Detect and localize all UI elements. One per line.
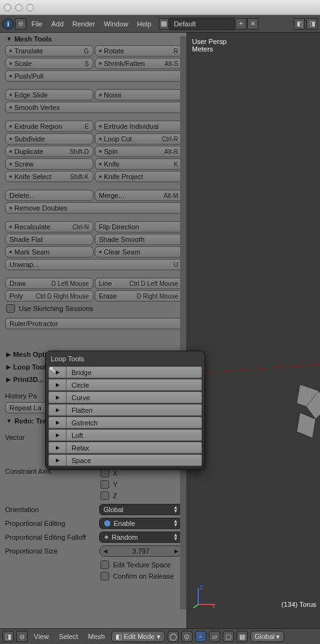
flip-direction-button[interactable]: Flip Direction xyxy=(95,221,183,232)
header-menu-view[interactable]: View xyxy=(30,630,53,643)
disclosure-icon[interactable]: ▶ xyxy=(49,379,67,390)
sel-face-icon[interactable]: ▢ xyxy=(223,631,234,642)
zoom-icon[interactable] xyxy=(26,4,34,11)
mouse-cursor-icon: ↖ xyxy=(49,364,56,374)
sel-edge-icon[interactable]: ▱ xyxy=(209,631,220,642)
scale-button[interactable]: ScaleS xyxy=(5,58,93,69)
shrink-fatten-button[interactable]: Shrink/FattenAlt-S xyxy=(95,58,183,69)
draw-button[interactable]: DrawD Left Mouse xyxy=(5,278,93,289)
pivot-icon[interactable]: ⊙ xyxy=(181,631,193,642)
orientation-dropdown[interactable]: Global▲▼ xyxy=(99,504,183,515)
delete-button[interactable]: Delete... xyxy=(5,190,93,201)
shading-icon[interactable]: ◯ xyxy=(168,631,179,642)
layout-browse-icon[interactable]: ▦ xyxy=(159,18,169,30)
clear-seam-button[interactable]: Clear Seam xyxy=(95,246,183,258)
extrude-individual-button[interactable]: Extrude Individual xyxy=(95,121,183,132)
menu-file[interactable]: File xyxy=(28,18,46,30)
sel-vert-icon[interactable]: ▫ xyxy=(195,631,206,642)
svg-text:x: x xyxy=(212,602,216,608)
popup-title: Loop Tools xyxy=(46,351,205,366)
popup-item-bridge[interactable]: ▶Bridge xyxy=(48,366,202,378)
edge-slide-button[interactable]: Edge Slide xyxy=(5,89,93,101)
limit-sel-icon[interactable]: ▦ xyxy=(237,631,248,642)
minimize-icon[interactable] xyxy=(15,4,23,11)
axis-gizmo: z x xyxy=(192,583,217,608)
header-menu-select[interactable]: Select xyxy=(55,630,82,643)
merge-button[interactable]: Merge...Alt-M xyxy=(95,190,183,201)
menu-render[interactable]: Render xyxy=(68,18,99,30)
close-icon[interactable] xyxy=(4,4,11,11)
knife-button[interactable]: KnifeK xyxy=(95,158,183,170)
constraint-z-checkbox[interactable]: Z xyxy=(99,490,183,501)
remove-doubles-button[interactable]: Remove Doubles xyxy=(5,202,183,214)
unwrap-button[interactable]: Unwrap...U xyxy=(5,259,183,270)
spin-button[interactable]: SpinAlt-R xyxy=(95,146,183,157)
loop-tools-label: Loop Tool xyxy=(13,363,46,371)
disclosure-icon[interactable]: ▶ xyxy=(49,417,67,428)
duplicate-button[interactable]: DuplicateShift-D xyxy=(5,146,93,157)
viewport-3d[interactable]: User Persp Meters z x (134) Torus xyxy=(187,33,320,628)
svg-text:z: z xyxy=(200,583,203,591)
loop-cut-button[interactable]: Loop CutCtrl-R xyxy=(95,133,183,145)
ruler-protractor-button[interactable]: Ruler/Protractor xyxy=(5,318,183,329)
disclosure-icon[interactable]: ▶ xyxy=(49,405,67,415)
info-icon[interactable]: i xyxy=(3,18,14,30)
disclosure-icon[interactable]: ▶ xyxy=(49,442,67,453)
mode-dropdown[interactable]: ◧ Edit Mode ▾ xyxy=(111,631,165,642)
line-button[interactable]: LineCtrl D Left Mouse xyxy=(95,278,183,289)
erase-button[interactable]: EraseD Right Mouse xyxy=(95,290,183,302)
menu-window[interactable]: Window xyxy=(100,18,132,30)
recalculate-button[interactable]: RecalculateCtrl-N xyxy=(5,221,93,232)
edit-texture-space-checkbox[interactable]: Edit Texture Space xyxy=(99,559,183,570)
screw-button[interactable]: Screw xyxy=(5,158,93,170)
disclosure-icon[interactable]: ▶ xyxy=(49,430,67,440)
menu-add[interactable]: Add xyxy=(48,18,68,30)
scroll-track[interactable] xyxy=(180,36,186,609)
orientation-dropdown-header[interactable]: Global ▾ xyxy=(250,631,285,642)
poly-button[interactable]: PolyCtrl D Right Mouse xyxy=(5,290,93,302)
popup-item-gstretch[interactable]: ▶Gstretch xyxy=(48,417,202,428)
top-menubar: i ⊖ File Add Render Window Help ▦ Defaul… xyxy=(0,15,320,33)
shade-flat-button[interactable]: Shade Flat xyxy=(5,234,93,245)
header-menu-mesh[interactable]: Mesh xyxy=(84,630,109,643)
proportional-falloff-dropdown[interactable]: ✶Random▲▼ xyxy=(99,532,183,543)
knife-project-button[interactable]: Knife Project xyxy=(95,171,183,182)
svg-line-0 xyxy=(187,364,319,374)
popup-item-curve[interactable]: ▶Curve xyxy=(48,391,202,403)
header-collapse-icon[interactable]: ⊖ xyxy=(16,631,28,642)
noise-button[interactable]: Noise xyxy=(95,89,183,101)
svg-marker-3 xyxy=(297,413,316,438)
mesh-tools-header[interactable]: ▼Mesh Tools xyxy=(5,33,183,45)
popup-item-loft[interactable]: ▶Loft xyxy=(48,429,202,441)
popup-item-circle[interactable]: ▶Circle xyxy=(48,379,202,391)
disclosure-icon[interactable]: ▶ xyxy=(49,392,67,403)
popup-item-space[interactable]: ▶Space xyxy=(48,454,202,466)
push-pull-button[interactable]: Push/Pull xyxy=(5,70,183,82)
extrude-region-button[interactable]: Extrude RegionE xyxy=(5,121,93,132)
proportional-size-spinner[interactable]: ◀3.797▶ xyxy=(99,545,183,557)
layout-name-field[interactable]: Default xyxy=(169,18,235,30)
constraint-y-checkbox[interactable]: Y xyxy=(99,479,183,490)
layout-remove-icon[interactable]: ✕ xyxy=(247,18,259,30)
viewport-status-label: (134) Torus xyxy=(282,601,316,608)
popup-item-flatten[interactable]: ▶Flatten xyxy=(48,404,202,416)
subdivide-button[interactable]: Subdivide xyxy=(5,133,93,145)
proportional-falloff-label: Proportional Editing Falloff xyxy=(5,533,99,541)
layout-add-icon[interactable]: + xyxy=(235,18,247,30)
translate-button[interactable]: TranslateG xyxy=(5,45,93,57)
proportional-editing-dropdown[interactable]: Enable▲▼ xyxy=(99,518,183,529)
menu-help[interactable]: Help xyxy=(134,18,156,30)
confirm-on-release-checkbox[interactable]: Confirm on Release xyxy=(99,570,183,582)
editor-type-icon[interactable]: ◨ xyxy=(3,631,14,642)
rotate-button[interactable]: RotateR xyxy=(95,45,183,57)
knife-select-button[interactable]: Knife SelectShift-K xyxy=(5,171,93,182)
disclosure-icon[interactable]: ▶ xyxy=(49,455,67,466)
use-sketching-checkbox[interactable]: Use Sketching Sessions xyxy=(5,303,183,314)
smooth-vertex-button[interactable]: Smooth Vertex xyxy=(5,102,183,113)
shade-smooth-button[interactable]: Shade Smooth xyxy=(95,234,183,245)
mark-seam-button[interactable]: Mark Seam xyxy=(5,246,93,258)
scene-browse-icon[interactable]: ◧ xyxy=(294,18,305,30)
popup-item-relax[interactable]: ▶Relax xyxy=(48,442,202,454)
collapse-icon[interactable]: ⊖ xyxy=(15,18,26,30)
scene-browse2-icon[interactable]: ◨ xyxy=(306,18,317,30)
